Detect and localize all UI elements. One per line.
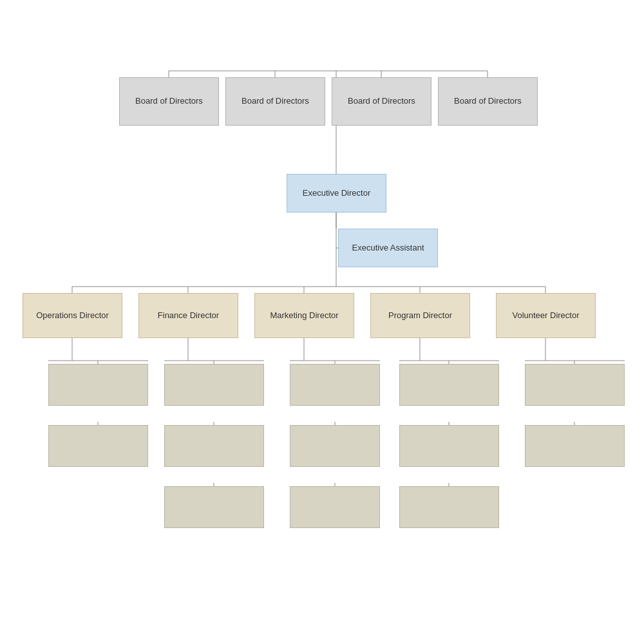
ops-director-node: Operations Director	[23, 293, 122, 338]
fin-sub-node-1	[164, 364, 264, 406]
mkt-sub-node-1	[290, 364, 380, 406]
vol-director-node: Volunteer Director	[496, 293, 596, 338]
mkt-sub-node-3	[290, 486, 380, 528]
board-node-2: Board of Directors	[225, 77, 325, 126]
ops-sub-node-2	[48, 425, 148, 467]
board-node-4: Board of Directors	[438, 77, 538, 126]
prog-sub-node-1	[399, 364, 499, 406]
mkt-director-node: Marketing Director	[254, 293, 354, 338]
fin-sub-node-3	[164, 486, 264, 528]
board-node-1: Board of Directors	[119, 77, 219, 126]
fin-director-node: Finance Director	[138, 293, 238, 338]
prog-director-node: Program Director	[370, 293, 470, 338]
exec-director-node: Executive Director	[287, 174, 386, 213]
vol-sub-node-2	[525, 425, 625, 467]
org-chart: Board of Directors Board of Directors Bo…	[0, 0, 644, 644]
exec-assistant-node: Executive Assistant	[338, 229, 438, 267]
vol-sub-node-1	[525, 364, 625, 406]
prog-sub-node-3	[399, 486, 499, 528]
board-node-3: Board of Directors	[332, 77, 431, 126]
prog-sub-node-2	[399, 425, 499, 467]
fin-sub-node-2	[164, 425, 264, 467]
ops-sub-node-1	[48, 364, 148, 406]
mkt-sub-node-2	[290, 425, 380, 467]
